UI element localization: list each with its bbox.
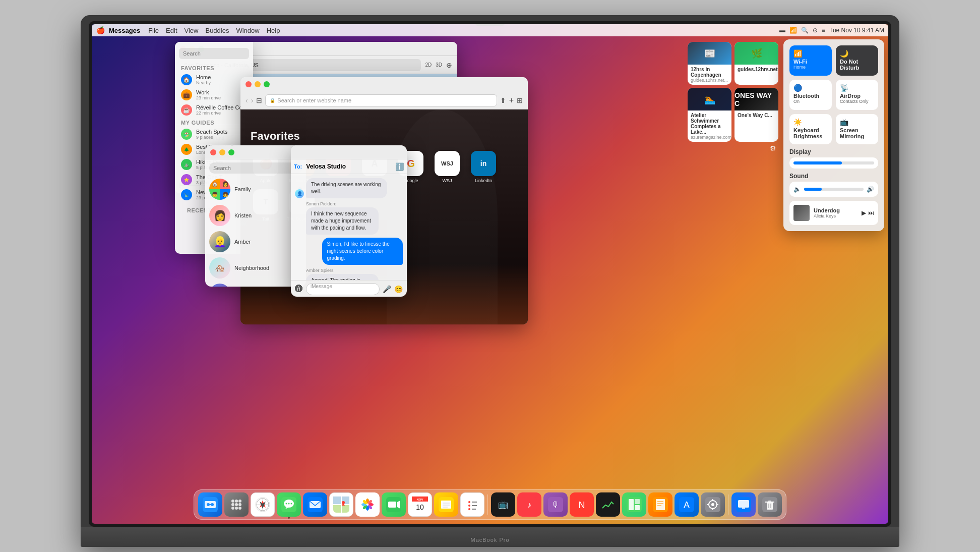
contact-amber[interactable]: 👱‍♀️ Amber [209,231,302,252]
fav-wsj[interactable]: WSJ WSJ [432,151,462,183]
dock-calendar[interactable]: NOV 10 [408,492,432,517]
cc-mirroring-tile[interactable]: 📺 Screen Mirroring [836,114,878,144]
dock-sysprefs[interactable] [701,492,725,517]
mirroring-title: Screen Mirroring [840,127,874,139]
menubar-wifi-icon[interactable]: 📶 [789,27,797,34]
dock-appstore[interactable]: A [675,492,699,517]
maps-expand-btn[interactable]: ⊕ [446,61,452,69]
notif-filter-btn[interactable]: ⚙ [688,142,778,155]
card-ones-img: ONES WAY C [734,88,778,111]
dock-facetime[interactable] [382,492,406,517]
fav-linkedin[interactable]: in LinkedIn [468,151,499,183]
safari-back-btn[interactable]: ‹ [246,96,248,104]
dock-photos[interactable] [355,492,380,517]
menubar-search-icon[interactable]: 🔍 [801,27,809,34]
notif-card-12hrs[interactable]: 📰 12hrs in Copenhagen guides.12hrs.net..… [688,42,731,85]
notif-card-ones[interactable]: ONES WAY C One's Way C... [734,88,778,142]
messages-min-btn[interactable] [219,149,225,155]
dock-reminders[interactable] [460,492,484,517]
cc-keyboard-tile[interactable]: ☀️ Keyboard Brightness [789,114,832,144]
dock-messages[interactable] [277,492,301,517]
svg-rect-99 [629,499,634,510]
messages-search-input[interactable] [209,162,302,174]
dock-appletv[interactable]: 📺 [491,492,515,517]
menubar-buddies[interactable]: Buddies [205,27,229,34]
contact-kristen[interactable]: 👩 Kristen [209,205,302,226]
menubar-file[interactable]: File [148,27,159,34]
safari-share-btn[interactable]: ⬆ [500,96,506,104]
dock-trash[interactable] [758,492,782,517]
cc-airdrop-tile[interactable]: 📡 AirDrop Contacts Only [836,80,878,110]
safari-min-btn[interactable] [255,81,261,87]
dock-podcasts[interactable]: 🎙 [543,492,568,517]
chat-emoji-icon[interactable]: 😊 [394,285,403,293]
dock-music[interactable]: ♪ [517,492,541,517]
chat-apps-icon[interactable]: 🅐 [295,285,303,294]
album-art [793,205,810,221]
menubar-view[interactable]: View [185,27,199,34]
safari-tab-group-btn[interactable]: ⊞ [517,96,523,104]
dock-news[interactable]: N [570,492,594,517]
cc-wifi-tile[interactable]: 📶 Wi-Fi Home [789,45,832,76]
airdrop-icon: 📡 [840,84,874,92]
svg-rect-118 [742,508,745,509]
maps-2d-btn[interactable]: 2D [425,62,432,68]
dock-maps[interactable] [329,492,353,517]
display-slider[interactable] [793,161,874,164]
chat-input-field[interactable]: iMessage [306,283,380,295]
dock-safari[interactable] [251,492,275,517]
menubar-siri-icon[interactable]: ⊙ [813,27,818,34]
sound-low-icon: 🔈 [793,186,801,193]
safari-favorites-title: Favorites [251,130,518,143]
maps-3d-btn[interactable]: 3D [436,62,442,68]
safari-max-btn[interactable] [264,81,270,87]
sound-section-title: Sound [789,173,878,180]
contact-neighborhood[interactable]: 🏘️ Neighborhood [209,257,302,279]
dock-launchpad[interactable] [224,492,249,517]
dock-finder[interactable] [198,492,222,517]
dock-numbers[interactable] [622,492,646,517]
dock-mail[interactable] [303,492,327,517]
contact-kevin[interactable]: 👨 Kevin [209,284,302,287]
sound-slider[interactable] [804,188,864,191]
safari-new-tab-btn[interactable]: + [509,96,514,105]
apple-menu[interactable]: 🍎 [96,26,105,35]
play-btn[interactable]: ▶ [862,209,866,216]
messages-max-btn[interactable] [228,149,234,155]
dock-notes[interactable] [434,492,458,517]
chat-to-label: To: [294,163,302,170]
right-panel: 📰 12hrs in Copenhagen guides.12hrs.net..… [688,42,778,155]
maps-search-input[interactable] [179,48,249,59]
msg-2: I think the new sequence made a huge imp… [306,207,379,235]
dock-pages[interactable] [648,492,672,517]
safari-forward-btn[interactable]: › [251,96,254,104]
dock-stocks[interactable] [596,492,620,517]
chat-input-placeholder: iMessage [311,284,332,289]
safari-address-bar[interactable]: 🔒 Search or enter website name [265,94,497,106]
calendar-icon-svg: NOV 10 [412,496,428,513]
chat-audio-icon[interactable]: 🎤 [383,285,391,293]
cc-bluetooth-tile[interactable]: 🔵 Bluetooth On [789,80,832,110]
svg-rect-97 [600,497,616,512]
numbers-icon-svg [627,497,642,512]
notif-card-visual[interactable]: 🌿 guides.12hrs.net [734,42,778,85]
menubar-window[interactable]: Window [236,27,259,34]
next-btn[interactable]: ⏭ [868,209,874,216]
menubar-help[interactable]: Help [267,27,280,34]
dock-separator-2 [728,494,728,515]
fav-wsj-label: WSJ [432,178,462,183]
chat-info-icon[interactable]: ℹ️ [395,162,404,171]
messages-close-btn[interactable] [210,149,216,155]
dock-screensaver[interactable] [731,492,756,517]
safari-close-btn[interactable] [246,81,252,87]
safari-tab-overview-btn[interactable]: ⊟ [256,96,262,104]
cc-dnd-tile[interactable]: 🌙 Do Not Disturb [836,45,878,76]
parks-icon: 🌲 [181,144,192,155]
msg-1: The driving scenes are working well. [306,178,387,198]
svg-text:A: A [684,500,690,510]
notif-card-atelier[interactable]: 🏊 Atelier Schwimmer Completes a Lake... … [688,88,731,142]
safari-url-text: Search or enter website name [277,97,351,103]
contact-family[interactable]: 🏠 👩 👦 👧 Family [209,179,302,200]
menubar-control-center-icon[interactable]: ≡ [822,27,825,34]
menubar-edit[interactable]: Edit [166,27,177,34]
